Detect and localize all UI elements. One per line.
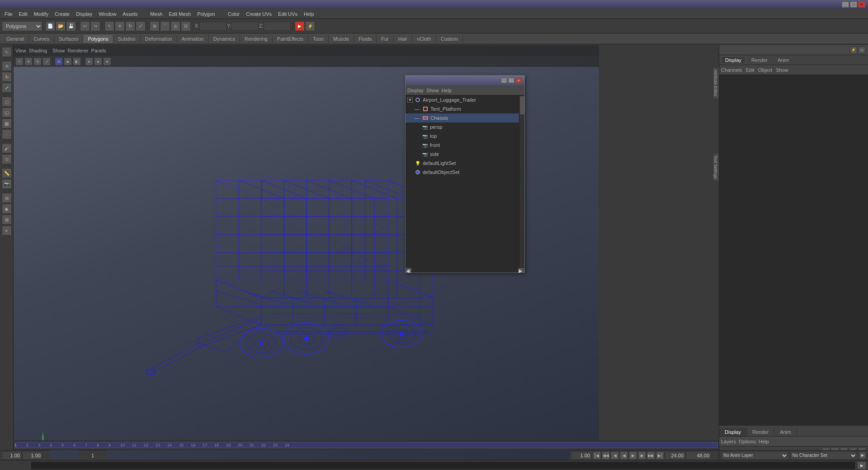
tb-snap-curve-btn[interactable]: ⌒ [160,21,170,31]
vp-tb-select[interactable]: ↖ [15,57,24,66]
menu-select[interactable] [141,13,146,15]
lt-poly-btn[interactable]: ◻ [2,97,12,107]
transport-prev-frame-btn[interactable]: ◀ [611,451,619,460]
frame-ruler-track[interactable]: 1 2 3 4 5 6 7 8 9 10 11 12 13 14 15 16 1… [14,440,718,450]
minimize-button[interactable]: _ [842,1,849,8]
cat-tab-dynamics[interactable]: Dynamics [209,35,240,43]
outliner-minimize-btn[interactable]: _ [501,78,507,83]
transport-go-start-btn[interactable]: |◀ [593,451,601,460]
vp-tb-rotate[interactable]: ↻ [33,57,42,66]
transport-go-end-btn[interactable]: ▶| [656,451,664,460]
lt-display-btn[interactable]: ◉ [2,204,12,214]
menu-edit-uvs[interactable]: Edit UVs [275,10,300,18]
outliner-scroll-thumb[interactable] [520,96,524,114]
cat-tab-painteffects[interactable]: PaintEffects [273,35,309,43]
cat-tab-toon[interactable]: Toon [308,35,329,43]
menu-create-uvs[interactable]: Create UVs [243,10,274,18]
le-tab-render[interactable]: Render [747,428,774,436]
window-buttons[interactable]: _ □ ✕ [842,1,865,8]
vp-tb-wireframe[interactable]: ⊟ [55,57,63,66]
outliner-item-side[interactable]: 📷 side [406,150,524,159]
cb-tab-display[interactable]: Display [721,56,745,64]
cb-header-btn-1[interactable]: ⚡ [850,47,857,54]
vp-tb-light3[interactable]: ● [103,57,111,66]
anim-bar-options-btn[interactable]: ▶ [859,452,866,459]
mel-input[interactable] [31,461,855,470]
vp-tb-smooth[interactable]: ■ [64,57,72,66]
lt-face-btn[interactable]: ▦ [2,118,12,128]
lt-select-btn[interactable]: ↖ [2,47,12,57]
tb-scale-btn[interactable]: ⤢ [136,21,146,31]
outliner-menu-show[interactable]: Show [426,88,439,93]
outliner-scrollbar-h[interactable]: ◀ ▶ [406,267,524,273]
cb-tab-render[interactable]: Render [747,56,772,64]
frame-current-input[interactable] [23,451,42,460]
cb-menu-object[interactable]: Object [758,67,772,73]
lt-camera-btn[interactable]: 📷 [2,179,12,189]
tb-new-btn[interactable]: 📄 [45,21,55,31]
menu-file[interactable]: File [2,10,15,18]
outliner-item-top[interactable]: 📷 top [406,132,524,141]
tb-select-btn[interactable]: ↖ [104,21,114,31]
tb-rotate-btn[interactable]: ↻ [125,21,135,31]
cb-tab-anim[interactable]: Anim [774,56,793,64]
lt-attr-btn[interactable]: ≡ [2,226,12,235]
vp-tb-light2[interactable]: ● [94,57,102,66]
le-sub-layers[interactable]: Layers [721,439,736,444]
outliner-item-tent-platform[interactable]: — Tent_Platform [406,104,524,113]
cat-tab-ncloth[interactable]: nCloth [412,35,436,43]
outliner-item-persp[interactable]: 📷 persp [406,122,524,132]
maximize-button[interactable]: □ [850,1,857,8]
tb-undo-btn[interactable]: ↩ [80,21,90,31]
outliner-item-chassis[interactable]: — Chassis [406,113,524,122]
menu-modify[interactable]: Modify [31,10,51,18]
menu-edit[interactable]: Edit [16,10,30,18]
tb-open-btn[interactable]: 📂 [56,21,66,31]
tb-ipr-btn[interactable]: ⚡ [305,21,315,31]
transport-prev-key-btn[interactable]: ◀◀ [602,451,610,460]
vp-menu-panels[interactable]: Panels [91,48,106,53]
menu-edit-mesh[interactable]: Edit Mesh [166,10,193,18]
outliner-item-front[interactable]: 📷 front [406,141,524,150]
cat-tab-animation[interactable]: Animation [177,35,209,43]
menu-help[interactable]: Help [301,10,317,18]
vp-tb-light1[interactable]: ● [85,57,93,66]
cat-tab-subdivs[interactable]: Subdivs [113,35,141,43]
vp-menu-renderer[interactable]: Renderer [68,48,89,53]
cat-tab-curves[interactable]: Curves [29,35,54,43]
transport-total-input[interactable] [686,451,711,460]
outliner-item-default-light-set[interactable]: 💡 defaultLightSet [406,159,524,168]
outliner-item-airport-luggage-trailer[interactable]: ▼ Airport_Luggage_Trailer [406,95,524,104]
mel-run-btn[interactable]: ▶ [857,461,866,470]
lt-rotate-btn[interactable]: ↻ [2,72,12,82]
attr-editor-tab[interactable]: Attribute Editor [712,68,719,99]
menu-window[interactable]: Window [96,10,119,18]
outliner-scroll-right[interactable]: ▶ [519,268,524,273]
lt-move-btn[interactable]: ✛ [2,61,12,71]
lt-sculpt-btn[interactable]: ⊙ [2,154,12,164]
menu-assets[interactable]: Assets [120,10,140,18]
le-sub-options[interactable]: Options [739,439,756,444]
tb-move-btn[interactable]: ✛ [115,21,125,31]
cat-tab-custom[interactable]: Custom [436,35,463,43]
le-tab-display[interactable]: Display [719,428,747,436]
cat-tab-fluids[interactable]: Fluids [354,35,377,43]
tb-save-btn[interactable]: 💾 [66,21,76,31]
lt-measure-btn[interactable]: 📏 [2,168,12,178]
cat-tab-deformation[interactable]: Deformation [141,35,177,43]
cat-tab-rendering[interactable]: Rendering [240,35,273,43]
cb-menu-edit[interactable]: Edit [745,67,754,73]
lt-paint-btn[interactable]: 🖌 [2,143,12,153]
transport-next-frame-btn[interactable]: ▶ [638,451,646,460]
tb-snap-point-btn[interactable]: ◎ [170,21,180,31]
cb-menu-channels[interactable]: Channels [721,67,742,73]
char-set-select[interactable]: No Character Set [790,451,858,460]
menu-normals[interactable] [219,13,224,15]
cat-tab-fur[interactable]: Fur [377,35,394,43]
tb-redo-btn[interactable]: ↪ [90,21,100,31]
channel-box-header-buttons[interactable]: ⚡ ◎ [850,47,865,54]
polygon-mode-select[interactable]: Polygons [2,21,42,31]
outliner-scroll-left[interactable]: ◀ [406,268,411,273]
lt-edge-btn[interactable]: ◱ [2,108,12,118]
menu-display[interactable]: Display [73,10,95,18]
